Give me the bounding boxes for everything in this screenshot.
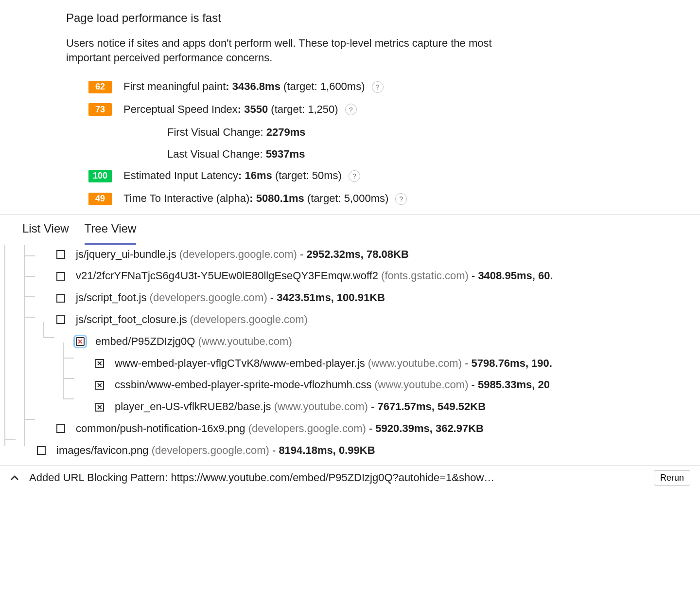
metric-target: (target: 1,600ms) — [280, 80, 365, 92]
score-badge: 49 — [88, 193, 112, 205]
sub-metric-value: 2279ms — [266, 126, 306, 138]
metric-row: 100Estimated Input Latency: 16ms (target… — [88, 168, 700, 183]
tree-view-panel: js/jquery_ui-bundle.js (developers.googl… — [0, 245, 700, 465]
page-title: Page load performance is fast — [66, 10, 700, 26]
metric-label: Perceptual Speed Index: 3550 (target: 1,… — [123, 102, 338, 117]
block-request-checkbox[interactable] — [95, 359, 104, 368]
help-icon[interactable]: ? — [345, 104, 357, 115]
tree-row: js/jquery_ui-bundle.js (developers.googl… — [22, 247, 700, 262]
block-request-checkbox[interactable] — [56, 424, 65, 433]
sub-metrics: First Visual Change: 2279msLast Visual C… — [88, 125, 700, 162]
metric-value: : 5080.1ms — [249, 192, 304, 204]
help-icon[interactable]: ? — [395, 193, 407, 205]
metrics-list: 62First meaningful paint: 3436.8ms (targ… — [66, 79, 700, 206]
tree-row: embed/P95ZDIzjg0Q (www.youtube.com) — [22, 334, 700, 349]
score-badge: 73 — [88, 103, 112, 116]
metric-target: (target: 5,000ms) — [304, 192, 389, 204]
tree-domain: (fonts.gstatic.com) — [381, 270, 469, 282]
metric-value: : 3436.8ms — [226, 80, 280, 92]
sub-metric-value: 5937ms — [266, 148, 305, 160]
tree-stats: 7671.57ms, 549.52KB — [377, 400, 486, 413]
metric-label: First meaningful paint: 3436.8ms (target… — [123, 79, 365, 94]
page-description: Users notice if sites and apps don't per… — [66, 36, 504, 66]
tree-item-text: common/push-notification-16x9.png (devel… — [76, 421, 484, 436]
tree-domain: (developers.google.com) — [248, 422, 366, 434]
tree-row: images/favicon.png (developers.google.co… — [22, 443, 700, 458]
status-bar: Added URL Blocking Pattern: https://www.… — [0, 465, 700, 490]
tree-stats: 8194.18ms, 0.99KB — [279, 444, 375, 456]
metric-value: : 3550 — [238, 103, 268, 115]
tree-item-text: js/script_foot_closure.js (developers.go… — [76, 312, 308, 327]
tab-list-view[interactable]: List View — [22, 215, 69, 245]
tree-stats: 5798.76ms, 190. — [472, 357, 552, 369]
chevron-up-icon[interactable] — [10, 473, 19, 483]
tree-domain: (www.youtube.com) — [368, 357, 462, 369]
tree-row: common/push-notification-16x9.png (devel… — [22, 421, 700, 436]
block-request-checkbox[interactable] — [95, 381, 104, 390]
tree-row: player_en-US-vflkRUE82/base.js (www.yout… — [22, 399, 700, 414]
score-badge: 62 — [88, 81, 112, 93]
sub-metric-row: First Visual Change: 2279ms — [167, 125, 700, 140]
tree-item-text: js/script_foot.js (developers.google.com… — [76, 290, 385, 306]
tree-domain: (developers.google.com) — [179, 248, 297, 260]
tree-item-text: www-embed-player-vflgCTvK8/www-embed-pla… — [115, 356, 552, 371]
tree-stats: 3423.51ms, 100.91KB — [277, 291, 385, 304]
tree-domain: (www.youtube.com) — [374, 378, 468, 391]
tree-stats: 5985.33ms, 20 — [478, 378, 550, 391]
tree-row: v21/2fcrYFNaTjcS6g4U3t-Y5UEw0lE80llgEseQ… — [22, 269, 700, 284]
tree-item-text: images/favicon.png (developers.google.co… — [56, 443, 375, 458]
tab-tree-view[interactable]: Tree View — [85, 215, 137, 245]
tree-item-text: cssbin/www-embed-player-sprite-mode-vflo… — [115, 378, 550, 393]
tree-item-text: js/jquery_ui-bundle.js (developers.googl… — [76, 247, 409, 262]
metric-label: Time To Interactive (alpha): 5080.1ms (t… — [123, 191, 388, 206]
metric-row: 62First meaningful paint: 3436.8ms (targ… — [88, 79, 700, 94]
tree-item-text: v21/2fcrYFNaTjcS6g4U3t-Y5UEw0lE80llgEseQ… — [76, 269, 553, 284]
sub-metric-row: Last Visual Change: 5937ms — [167, 147, 700, 162]
tree-item-text: embed/P95ZDIzjg0Q (www.youtube.com) — [95, 334, 292, 349]
block-request-checkbox[interactable] — [56, 294, 65, 303]
tree-domain: (developers.google.com) — [190, 313, 308, 325]
tree-stats: 5920.39ms, 362.97KB — [375, 422, 484, 434]
block-request-checkbox[interactable] — [56, 315, 65, 324]
help-icon[interactable]: ? — [372, 81, 384, 93]
block-request-checkbox[interactable] — [56, 272, 65, 281]
status-text: Added URL Blocking Pattern: https://www.… — [29, 470, 650, 486]
metric-value: : 16ms — [238, 169, 272, 181]
metric-target: (target: 1,250) — [268, 103, 338, 115]
tree-domain: (developers.google.com) — [150, 291, 267, 304]
tree-domain: (developers.google.com) — [152, 444, 269, 456]
metric-label: Estimated Input Latency: 16ms (target: 5… — [123, 168, 342, 183]
tree-item-text: player_en-US-vflkRUE82/base.js (www.yout… — [115, 399, 486, 414]
block-request-checkbox[interactable] — [37, 446, 46, 455]
metric-target: (target: 50ms) — [272, 169, 342, 181]
tree-row: cssbin/www-embed-player-sprite-mode-vflo… — [22, 378, 700, 393]
block-request-checkbox[interactable] — [95, 403, 104, 412]
block-request-checkbox[interactable] — [56, 250, 65, 259]
metric-row: 49Time To Interactive (alpha): 5080.1ms … — [88, 191, 700, 206]
rerun-button[interactable]: Rerun — [654, 470, 690, 486]
help-icon[interactable]: ? — [349, 170, 360, 182]
tree-stats: 3408.95ms, 60. — [478, 270, 553, 282]
metric-row: 73Perceptual Speed Index: 3550 (target: … — [88, 102, 700, 117]
tree-row: js/script_foot.js (developers.google.com… — [22, 290, 700, 306]
tree-domain: (www.youtube.com) — [198, 335, 292, 347]
tree-stats: 2952.32ms, 78.08KB — [306, 248, 408, 260]
tree-row: js/script_foot_closure.js (developers.go… — [22, 312, 700, 327]
tree-domain: (www.youtube.com) — [274, 400, 368, 413]
block-request-checkbox[interactable] — [76, 337, 85, 346]
score-badge: 100 — [88, 170, 112, 182]
view-tabs: List ViewTree View — [0, 215, 700, 245]
tree-row: www-embed-player-vflgCTvK8/www-embed-pla… — [22, 356, 700, 371]
